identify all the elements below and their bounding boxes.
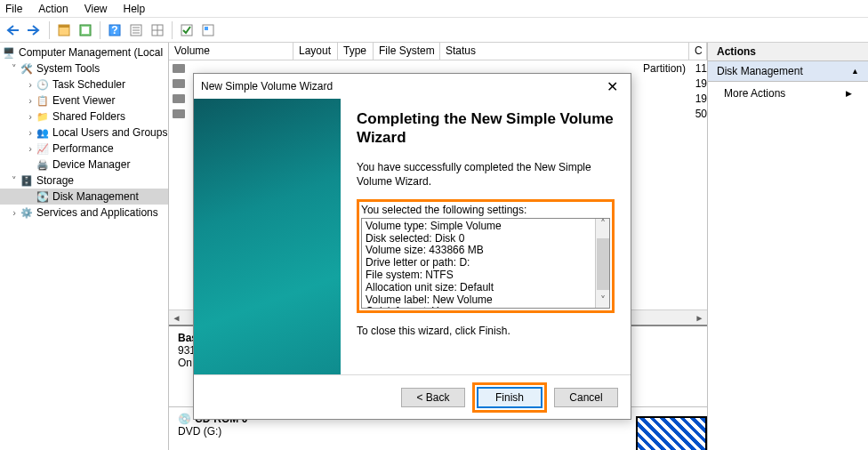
setting-line: Volume label: New Volume <box>366 294 606 307</box>
menu-help[interactable]: Help <box>124 3 146 15</box>
refresh-icon[interactable] <box>76 20 95 40</box>
volume-icon <box>173 64 185 73</box>
toolbar: ? <box>0 18 868 43</box>
clock-icon: 🕒 <box>36 77 50 92</box>
actions-more[interactable]: More Actions▶ <box>708 82 868 105</box>
volume-icon <box>173 94 185 103</box>
col-layout[interactable]: Layout <box>293 43 338 60</box>
cancel-button[interactable]: Cancel <box>554 388 618 407</box>
chevron-right-icon[interactable]: › <box>9 207 20 218</box>
storage-icon: 🗄️ <box>20 173 34 188</box>
tree-storage[interactable]: ˅🗄️Storage <box>0 173 168 189</box>
chevron-right-icon[interactable]: › <box>25 127 36 138</box>
wizard-content: Completing the New Simple Volume Wizard … <box>341 99 631 374</box>
back-button[interactable]: < Back <box>401 388 465 407</box>
svg-text:?: ? <box>111 24 117 36</box>
settings-label: You selected the following settings: <box>361 204 610 216</box>
actions-pane: Actions Disk Management▲ More Actions▶ <box>708 43 868 450</box>
services-icon: ⚙️ <box>20 205 34 220</box>
setting-line: Quick format: Yes <box>366 306 606 308</box>
settings-highlight: You selected the following settings: Vol… <box>357 199 615 313</box>
chevron-right-icon[interactable]: › <box>25 143 36 154</box>
partition-graphic[interactable]: GBated <box>636 416 707 450</box>
chevron-right-icon[interactable]: › <box>25 95 36 106</box>
scroll-down-icon[interactable]: ˅ <box>600 295 606 308</box>
tree-systools[interactable]: ˅🛠️System Tools <box>0 60 168 76</box>
settings-list[interactable]: Volume type: Simple Volume Disk selected… <box>361 218 610 309</box>
disk-icon: 💽 <box>36 189 50 204</box>
col-type[interactable]: Type <box>338 43 374 60</box>
cell-c: 11 <box>689 62 707 75</box>
perf-icon: 📈 <box>36 141 50 156</box>
tree-task[interactable]: ›🕒Task Scheduler <box>0 76 168 92</box>
tree-shared[interactable]: ›📁Shared Folders <box>0 108 168 125</box>
tree-devmgr[interactable]: 🖨️Device Manager <box>0 157 168 173</box>
panel-icon[interactable] <box>54 20 74 40</box>
menu-view[interactable]: View <box>84 3 108 15</box>
cell-c: 50 <box>689 108 707 120</box>
expand-icon[interactable]: ▶ <box>846 89 852 98</box>
users-icon: 👥 <box>36 125 50 140</box>
finish-button[interactable]: Finish <box>478 388 542 407</box>
nav-tree: 🖥️Computer Management (Local ˅🛠️System T… <box>0 43 169 450</box>
checklist-icon[interactable] <box>177 20 197 40</box>
scroll-right-icon[interactable]: ► <box>692 310 707 325</box>
wrench-icon: 🛠️ <box>20 61 34 76</box>
event-icon: 📋 <box>36 93 50 108</box>
setting-line: Drive letter or path: D: <box>366 257 606 269</box>
wizard-close-hint: To close this wizard, click Finish. <box>357 324 615 338</box>
volume-icon <box>173 79 185 88</box>
help-icon[interactable]: ? <box>105 20 125 40</box>
settings-scrollbar[interactable]: ˄˅ <box>595 219 609 308</box>
wizard-titlebar: New Simple Volume Wizard ✕ <box>194 74 631 99</box>
svg-rect-15 <box>205 27 208 30</box>
chevron-right-icon[interactable]: › <box>25 79 36 90</box>
scroll-left-icon[interactable]: ◄ <box>169 310 184 325</box>
tree-diskmgmt[interactable]: 💽Disk Management <box>0 189 168 205</box>
cell-status: Partition) <box>643 62 686 75</box>
svg-rect-3 <box>82 27 89 34</box>
wizard-sidebar <box>194 99 341 374</box>
setting-line: Volume size: 433866 MB <box>366 245 606 257</box>
chevron-down-icon[interactable]: ˅ <box>9 63 20 75</box>
collapse-icon[interactable]: ▲ <box>851 67 859 76</box>
col-c[interactable]: C <box>689 43 707 60</box>
back-icon[interactable] <box>4 20 23 40</box>
scroll-thumb[interactable] <box>597 238 609 290</box>
computer-icon: 🖥️ <box>2 45 16 60</box>
volume-icon <box>173 109 185 118</box>
menu-bar: File Action View Help <box>0 0 868 18</box>
tree-users[interactable]: ›👥Local Users and Groups <box>0 125 168 141</box>
actions-title: Actions <box>708 43 868 61</box>
wizard-title: New Simple Volume Wizard <box>201 80 333 92</box>
chevron-down-icon[interactable]: ˅ <box>9 175 20 187</box>
device-icon: 🖨️ <box>36 157 50 172</box>
cell-c: 19 <box>689 77 707 90</box>
tree-services[interactable]: ›⚙️Services and Applications <box>0 205 168 221</box>
wizard-intro: You have successfully completed the New … <box>357 160 615 189</box>
setting-line: Disk selected: Disk 0 <box>366 233 606 245</box>
actions-section[interactable]: Disk Management▲ <box>708 61 868 82</box>
col-fs[interactable]: File System <box>374 43 440 60</box>
wizard-buttons: < Back Finish Cancel <box>194 374 631 419</box>
scroll-up-icon[interactable]: ˄ <box>600 219 606 231</box>
cell-c: 19 <box>689 92 707 105</box>
close-icon[interactable]: ✕ <box>601 78 623 95</box>
cdrom-sub: DVD (G:) <box>178 425 698 438</box>
wizard-dialog: New Simple Volume Wizard ✕ Completing th… <box>193 73 631 420</box>
svg-rect-1 <box>59 25 69 28</box>
menu-action[interactable]: Action <box>38 3 68 15</box>
grid-icon[interactable] <box>148 20 167 40</box>
folder-icon: 📁 <box>36 109 50 124</box>
props-icon[interactable] <box>198 20 218 40</box>
tree-event[interactable]: ›📋Event Viewer <box>0 92 168 108</box>
menu-file[interactable]: File <box>5 3 22 15</box>
col-volume[interactable]: Volume <box>169 43 293 60</box>
tree-perf[interactable]: ›📈Performance <box>0 141 168 157</box>
setting-line: File system: NTFS <box>366 269 606 282</box>
chevron-right-icon[interactable]: › <box>25 111 36 122</box>
col-status[interactable]: Status <box>440 43 689 60</box>
forward-icon[interactable] <box>25 20 44 40</box>
list-icon[interactable] <box>126 20 146 40</box>
tree-root[interactable]: 🖥️Computer Management (Local <box>0 44 168 60</box>
